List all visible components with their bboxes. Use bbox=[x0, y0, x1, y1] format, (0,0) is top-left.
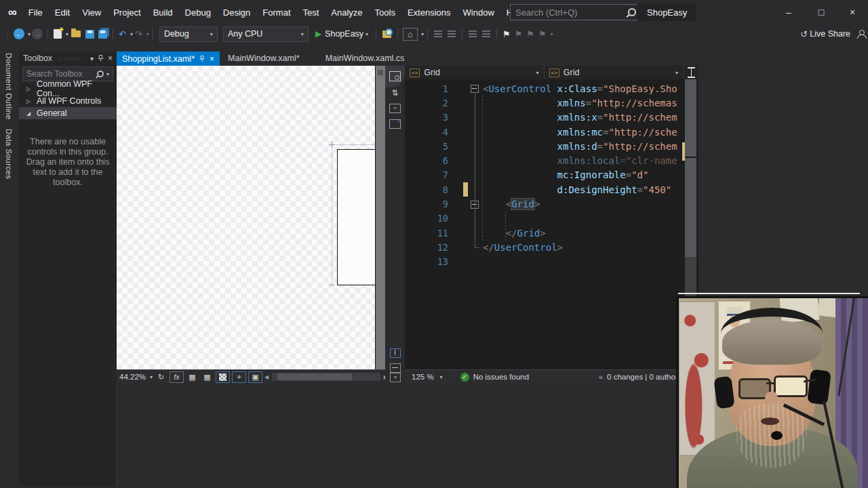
issues-status-text[interactable]: No issues found bbox=[473, 373, 529, 381]
undo-dropdown[interactable]: ▾ bbox=[130, 31, 133, 37]
close-icon[interactable]: × bbox=[108, 54, 113, 63]
tab-mainwindow-xaml[interactable]: MainWindow.xaml* bbox=[220, 52, 317, 66]
menu-item-file[interactable]: File bbox=[22, 5, 49, 20]
tab-mainwindow-xaml-cs[interactable]: MainWindow.xaml.cs bbox=[317, 52, 422, 66]
panel-resize-highlight[interactable] bbox=[678, 293, 860, 294]
group-label: Common WPF Con... bbox=[37, 79, 117, 98]
undo-icon[interactable]: ↶ bbox=[119, 29, 126, 39]
code-line-2[interactable]: 2 xmlns="http://schemas bbox=[405, 96, 698, 110]
maximize-button[interactable]: □ bbox=[806, 0, 837, 24]
solution-platform-select[interactable]: Any CPU ▾ bbox=[223, 26, 309, 42]
menu-item-project[interactable]: Project bbox=[107, 5, 146, 20]
toolbox-header[interactable]: Toolbox ▾ × bbox=[19, 52, 117, 65]
vertical-split-button[interactable] bbox=[390, 348, 401, 358]
designer-horizontal-scrollbar[interactable] bbox=[272, 373, 380, 381]
code-line-5[interactable]: 5 xmlns:d="http://schem bbox=[405, 139, 698, 153]
home-dropdown[interactable]: ▾ bbox=[421, 31, 424, 37]
close-button[interactable]: × bbox=[837, 0, 868, 24]
code-line-6[interactable]: 6 xmlns:local="clr-name bbox=[405, 153, 698, 167]
solution-explorer-home-button[interactable]: ⌂ bbox=[403, 28, 418, 41]
toggle-artboard-background-button[interactable] bbox=[216, 371, 230, 383]
menu-item-edit[interactable]: Edit bbox=[49, 5, 76, 20]
code-line-4[interactable]: 4 xmlns:mc="http://sche bbox=[405, 125, 698, 139]
code-line-7[interactable]: 7 mc:Ignorable="d" bbox=[405, 168, 698, 182]
menu-item-window[interactable]: Window bbox=[457, 5, 500, 20]
menu-item-format[interactable]: Format bbox=[256, 5, 296, 20]
toolbar-grip[interactable] bbox=[7, 28, 9, 40]
split-window-button[interactable] bbox=[684, 66, 698, 79]
menu-item-extensions[interactable]: Extensions bbox=[401, 5, 457, 20]
find-in-files-icon[interactable] bbox=[382, 30, 391, 38]
usercontrol-artboard[interactable] bbox=[337, 149, 377, 285]
pin-icon[interactable] bbox=[199, 56, 205, 62]
navigate-forward-button[interactable]: → bbox=[32, 28, 43, 39]
menu-item-view[interactable]: View bbox=[76, 5, 107, 20]
pin-icon[interactable] bbox=[98, 55, 104, 62]
menu-item-test[interactable]: Test bbox=[297, 5, 326, 20]
live-share-icon[interactable]: ↺ bbox=[800, 29, 808, 39]
save-all-icon[interactable] bbox=[98, 30, 107, 39]
popout-xaml-icon[interactable]: ↗ bbox=[389, 119, 401, 129]
menu-item-debug[interactable]: Debug bbox=[179, 5, 217, 20]
snap-grid-icon[interactable]: ▦ bbox=[201, 372, 214, 382]
code-line-8[interactable]: 8 d:DesignHeight="450" bbox=[405, 182, 698, 197]
chevron-down-icon[interactable]: ▾ bbox=[440, 374, 443, 380]
swap-panes-icon[interactable]: ⇅ bbox=[385, 88, 405, 98]
scroll-left-icon[interactable]: ◀ bbox=[264, 374, 269, 380]
line-number: 8 bbox=[405, 184, 448, 195]
tab-shoppinglist-xaml[interactable]: ShoppingList.xaml* × bbox=[117, 52, 220, 66]
quick-search-input[interactable]: Search (Ctrl+Q) bbox=[510, 4, 642, 20]
menu-item-tools[interactable]: Tools bbox=[369, 5, 401, 20]
menu-item-analyze[interactable]: Analyze bbox=[325, 5, 368, 20]
snap-to-snaplines-icon[interactable]: ▣ bbox=[248, 371, 262, 383]
toolbox-group-general[interactable]: ◢ General bbox=[19, 107, 117, 119]
code-line-10[interactable]: 10 bbox=[405, 211, 698, 226]
collapse-pane-button[interactable]: » bbox=[390, 373, 401, 382]
code-line-12[interactable]: 12</UserControl> bbox=[405, 240, 698, 254]
xaml-view-icon[interactable]: ‹› bbox=[389, 104, 401, 113]
tab-data-sources[interactable]: Data Sources bbox=[5, 129, 13, 179]
effects-toggle-icon[interactable]: fx bbox=[170, 371, 184, 383]
show-grid-icon[interactable]: ▦ bbox=[186, 372, 199, 382]
snaplines-toggle-icon[interactable]: ⌖ bbox=[232, 371, 246, 383]
chevron-down-icon[interactable]: ▾ bbox=[150, 374, 153, 380]
fold-structure-foot bbox=[475, 247, 479, 248]
menu-item-build[interactable]: Build bbox=[147, 5, 179, 20]
breadcrumb-left-select[interactable]: <> Grid ▾ bbox=[405, 66, 545, 79]
code-line-3[interactable]: 3 xmlns:x="http://schem bbox=[405, 110, 698, 125]
design-view-icon[interactable] bbox=[389, 71, 401, 81]
designer-zoom-value[interactable]: 44.22% bbox=[119, 373, 146, 381]
codelens-chevron-icon[interactable]: « bbox=[599, 373, 603, 381]
new-project-dropdown[interactable]: ▾ bbox=[66, 31, 68, 37]
panel-menu-icon[interactable]: ▾ bbox=[90, 55, 94, 62]
code-line-13[interactable]: 13 bbox=[405, 255, 698, 269]
refresh-designer-icon[interactable]: ↻ bbox=[155, 372, 167, 382]
scrollbar-thumb[interactable] bbox=[685, 79, 696, 257]
designer-vertical-scrollbar[interactable] bbox=[376, 66, 385, 369]
live-share-label[interactable]: Live Share bbox=[810, 29, 850, 39]
code-line-1[interactable]: 1<UserControl x:Class="ShopEasy.Sho bbox=[405, 81, 698, 96]
minimize-button[interactable]: – bbox=[773, 0, 804, 24]
designer-code-splitter[interactable]: ⇅ ‹› ↗ » bbox=[385, 66, 405, 383]
new-project-icon[interactable] bbox=[54, 29, 62, 39]
code-line-11[interactable]: 11 </Grid> bbox=[405, 226, 698, 240]
start-debugging-button[interactable]: ▶ ShopEasy ▾ bbox=[311, 29, 372, 39]
breadcrumb-right-select[interactable]: <> Grid ▾ bbox=[545, 66, 684, 79]
code-line-9[interactable]: 9 <Grid> bbox=[405, 197, 698, 211]
save-icon[interactable] bbox=[85, 30, 94, 39]
xaml-designer-surface[interactable] bbox=[117, 66, 385, 369]
navigate-back-button[interactable]: ← bbox=[14, 28, 24, 39]
editor-zoom-value[interactable]: 125 % bbox=[412, 373, 434, 381]
scrollbar-thumb[interactable] bbox=[277, 373, 352, 380]
feedback-person-icon[interactable] bbox=[857, 30, 865, 39]
open-file-icon[interactable] bbox=[71, 30, 81, 37]
toolbox-group-common-wpf[interactable]: ▷ Common WPF Con... bbox=[19, 83, 117, 95]
horizontal-split-button[interactable] bbox=[390, 363, 401, 373]
solution-configuration-select[interactable]: Debug ▾ bbox=[159, 26, 218, 42]
navigate-back-dropdown[interactable]: ▾ bbox=[28, 31, 31, 37]
xaml-code-editor[interactable]: 1<UserControl x:Class="ShopEasy.Sho2 xml… bbox=[405, 79, 698, 371]
close-tab-icon[interactable]: × bbox=[210, 54, 214, 64]
toggle-bookmark-icon[interactable]: ⚑ bbox=[502, 29, 511, 39]
tab-document-outline[interactable]: Document Outline bbox=[5, 53, 13, 119]
menu-item-design[interactable]: Design bbox=[217, 5, 256, 20]
